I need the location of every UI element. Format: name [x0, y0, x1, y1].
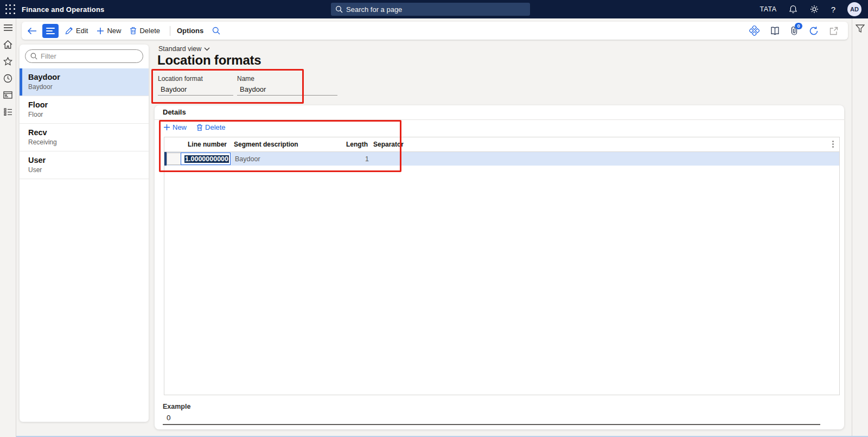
segments-grid: Line number Segment description Length S…	[164, 137, 840, 395]
expand-menu-hamburger-icon[interactable]	[3, 23, 13, 33]
search-icon	[335, 5, 343, 13]
column-header-line-number[interactable]: Line number	[181, 141, 229, 148]
attachments-icon[interactable]: 0	[790, 26, 798, 35]
details-section: Details New Delete Line number Segment d…	[155, 105, 844, 429]
row-selector-cell[interactable]	[167, 153, 181, 165]
grid-toolbar: New Delete	[163, 123, 226, 131]
example-value: 0	[163, 410, 820, 425]
line-number-cell-input[interactable]: 1.0000000000	[181, 153, 231, 165]
filter-search-icon	[30, 53, 37, 60]
attachments-count-badge: 0	[795, 23, 802, 29]
name-field: Name Baydoor	[237, 75, 337, 96]
back-button[interactable]	[27, 27, 37, 35]
app-window: Finance and Operations TATA ? AD	[0, 0, 868, 437]
home-icon[interactable]	[3, 40, 13, 49]
record-list-panel: Baydoor Baydoor Floor Floor Recv Receivi…	[20, 45, 149, 422]
delete-button[interactable]: Delete	[130, 27, 160, 35]
example-field: Example 0	[163, 403, 820, 425]
list-item-recv[interactable]: Recv Receiving	[20, 124, 149, 151]
new-button[interactable]: New	[97, 27, 121, 35]
location-format-value[interactable]: Baydoor	[158, 83, 233, 96]
app-launcher-waffle-icon[interactable]	[4, 3, 16, 15]
recent-clock-icon[interactable]	[3, 73, 13, 83]
settings-gear-icon[interactable]	[809, 4, 819, 14]
page-menu-button[interactable]	[42, 24, 59, 38]
column-header-segment-description[interactable]: Segment description	[229, 141, 338, 148]
open-in-new-window-icon[interactable]	[829, 27, 838, 35]
filter-pane-divider	[852, 18, 852, 437]
list-item-floor[interactable]: Floor Floor	[20, 96, 149, 124]
topbar-right-cluster: TATA ? AD	[760, 0, 861, 18]
filter-funnel-icon[interactable]	[856, 24, 865, 33]
company-picker[interactable]: TATA	[760, 5, 776, 13]
list-item-user[interactable]: User User	[20, 151, 149, 179]
plus-icon	[97, 27, 104, 35]
action-bar-right-icons: 0	[749, 26, 843, 36]
list-filter-input[interactable]	[41, 52, 138, 60]
toolbar-divider	[170, 26, 170, 36]
toolbar-search-icon[interactable]	[212, 27, 220, 35]
page-title: Location formats	[157, 53, 261, 68]
name-value[interactable]: Baydoor	[237, 83, 337, 96]
related-info-diamond-icon[interactable]	[749, 26, 760, 36]
help-icon[interactable]: ?	[831, 5, 835, 14]
grid-row-selected[interactable]: 1.0000000000 Baydoor 1	[164, 152, 839, 166]
options-menu-button[interactable]: Options	[177, 27, 203, 35]
pencil-icon	[65, 27, 73, 35]
trash-icon	[196, 124, 203, 131]
edit-button[interactable]: Edit	[65, 27, 88, 35]
list-filter-field[interactable]	[25, 49, 143, 63]
segment-description-cell[interactable]: Baydoor	[231, 155, 339, 163]
global-search[interactable]	[331, 3, 530, 16]
example-label: Example	[163, 403, 820, 410]
user-avatar[interactable]: AD	[847, 2, 861, 16]
favorites-star-icon[interactable]	[3, 56, 13, 66]
column-header-separator[interactable]: Separator	[368, 141, 417, 148]
grid-delete-button[interactable]: Delete	[196, 123, 226, 131]
chevron-down-icon	[204, 47, 210, 51]
refresh-icon[interactable]	[809, 26, 819, 36]
grid-header-row: Line number Segment description Length S…	[164, 137, 839, 152]
open-book-icon[interactable]	[770, 27, 780, 35]
column-header-length[interactable]: Length	[338, 141, 368, 148]
view-selector[interactable]: Standard view	[158, 45, 210, 53]
app-title: Finance and Operations	[22, 5, 105, 14]
trash-icon	[130, 27, 137, 35]
action-bar: Edit New Delete Options	[22, 22, 848, 40]
length-cell[interactable]: 1	[339, 155, 369, 163]
list-item-baydoor[interactable]: Baydoor Baydoor	[20, 68, 149, 96]
details-divider	[155, 119, 844, 120]
left-icon-rail	[0, 18, 16, 437]
plus-icon	[163, 124, 170, 131]
grid-options-ellipsis-icon[interactable]	[832, 140, 834, 149]
modules-checklist-icon[interactable]	[3, 107, 13, 117]
grid-new-button[interactable]: New	[163, 123, 187, 131]
top-navigation-bar: Finance and Operations TATA ? AD	[0, 0, 868, 18]
name-label: Name	[237, 75, 337, 83]
notifications-bell-icon[interactable]	[789, 5, 797, 14]
details-heading: Details	[163, 108, 186, 116]
workspaces-form-icon[interactable]	[3, 90, 13, 100]
location-format-label: Location format	[158, 75, 233, 83]
location-format-field: Location format Baydoor	[158, 75, 233, 96]
global-search-input[interactable]	[346, 5, 526, 14]
